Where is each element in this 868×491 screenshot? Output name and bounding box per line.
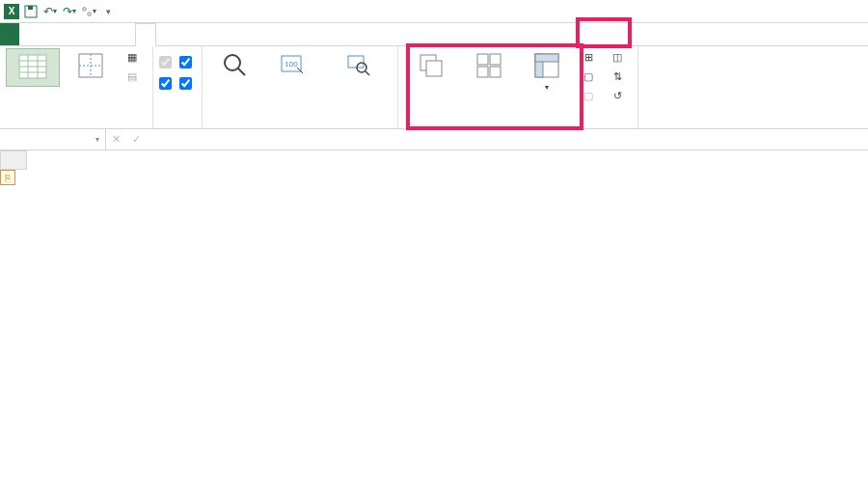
sync-scroll-icon: ⇅ <box>610 69 624 83</box>
tab-pagelayout[interactable] <box>58 23 77 45</box>
split-button[interactable]: ⊞ <box>578 48 603 66</box>
zoom-selection-button[interactable] <box>324 48 392 85</box>
smart-tag-icon[interactable]: ⎘ <box>0 170 15 185</box>
tab-data[interactable] <box>96 23 116 45</box>
cancel-icon: ✕ <box>106 133 126 146</box>
svg-line-14 <box>238 68 245 75</box>
svg-rect-22 <box>477 54 488 65</box>
enter-icon: ✓ <box>126 133 147 146</box>
svg-rect-17 <box>348 56 364 68</box>
page-break-button[interactable] <box>64 48 118 85</box>
save-icon[interactable] <box>23 4 39 19</box>
reset-pos-button[interactable]: ↺ <box>607 87 632 104</box>
svg-point-3 <box>88 12 91 14</box>
name-box[interactable]: ▾ <box>0 129 106 150</box>
freeze-panes-button[interactable]: ▾ <box>520 48 574 95</box>
svg-rect-1 <box>28 6 33 10</box>
svg-line-19 <box>366 71 369 75</box>
sync-scroll-button[interactable]: ⇅ <box>607 68 632 85</box>
zoom-button[interactable] <box>208 48 262 85</box>
qat-more-icon[interactable]: ▾ <box>100 4 116 19</box>
unhide-button[interactable]: ▢ <box>578 87 603 104</box>
tab-view[interactable] <box>135 23 156 46</box>
normal-view-icon <box>17 51 48 82</box>
side-by-side-icon: ◫ <box>610 50 624 64</box>
svg-text:100: 100 <box>285 60 298 68</box>
arrange-all-icon <box>474 50 504 81</box>
svg-point-2 <box>83 7 86 10</box>
tab-file[interactable] <box>0 23 19 45</box>
hide-button[interactable]: ▢ <box>578 68 603 85</box>
new-window-icon <box>416 50 447 81</box>
formula-bar-checkbox[interactable] <box>179 52 196 71</box>
unhide-icon: ▢ <box>582 89 595 102</box>
hide-icon: ▢ <box>582 69 595 83</box>
headings-checkbox[interactable] <box>179 73 196 93</box>
custom-views-button[interactable]: ▤ <box>122 68 147 85</box>
svg-rect-21 <box>426 61 442 76</box>
new-window-button[interactable] <box>404 48 458 85</box>
select-all-corner[interactable] <box>0 150 27 170</box>
arrange-all-button[interactable] <box>462 48 516 85</box>
svg-rect-24 <box>477 67 488 77</box>
tab-insert[interactable] <box>39 23 58 45</box>
ribbon: ▦ ▤ 100 <box>0 46 868 129</box>
page-break-icon <box>75 50 106 81</box>
tab-review[interactable] <box>116 23 135 45</box>
zoom-100-icon: 100 <box>278 50 309 81</box>
worksheet[interactable]: ⎘ <box>0 150 868 170</box>
svg-rect-23 <box>490 54 501 65</box>
page-layout-icon: ▦ <box>125 50 139 64</box>
tab-home[interactable] <box>19 23 39 45</box>
tab-developer[interactable] <box>156 23 176 45</box>
svg-rect-25 <box>490 67 501 77</box>
svg-point-13 <box>225 55 240 70</box>
reset-pos-icon: ↺ <box>610 89 624 102</box>
zoom-100-button[interactable]: 100 <box>266 48 320 85</box>
tab-formulas[interactable] <box>77 23 96 45</box>
normal-view-button[interactable] <box>6 48 60 87</box>
zoom-icon <box>220 50 251 81</box>
redo-icon[interactable]: ↷▾ <box>62 4 77 19</box>
svg-rect-28 <box>535 54 558 62</box>
excel-icon: X <box>4 4 19 19</box>
ribbon-tabs <box>0 23 868 46</box>
custom-views-icon: ▤ <box>125 69 139 83</box>
page-layout-button[interactable]: ▦ <box>122 48 147 66</box>
freeze-panes-icon <box>531 50 562 81</box>
touch-icon[interactable]: ▾ <box>81 4 96 19</box>
side-by-side-button[interactable]: ◫ <box>607 48 632 66</box>
zoom-selection-icon <box>342 50 373 81</box>
ruler-checkbox[interactable] <box>159 52 176 71</box>
formula-bar: ▾ ✕ ✓ <box>0 129 868 150</box>
undo-icon[interactable]: ↶▾ <box>42 4 58 19</box>
gridlines-checkbox[interactable] <box>159 73 176 93</box>
split-icon: ⊞ <box>582 50 595 64</box>
